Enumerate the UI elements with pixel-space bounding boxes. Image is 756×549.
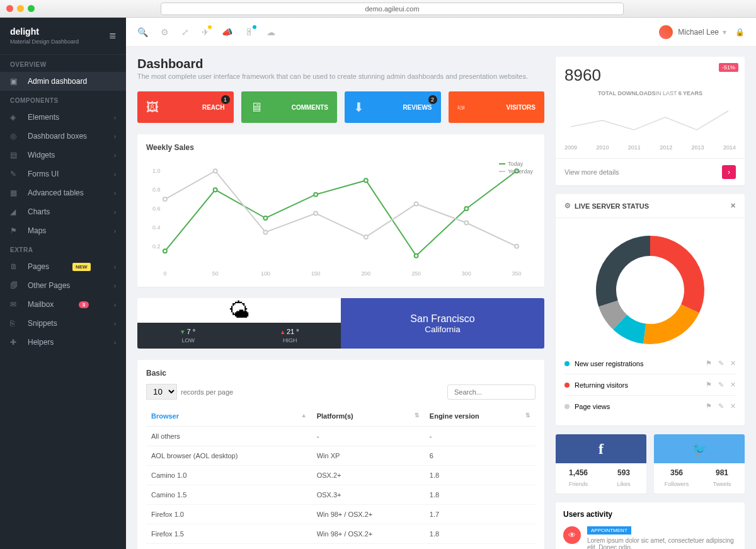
nav-item-widgets[interactable]: ▤Widgets› [0, 146, 126, 165]
menu-toggle-icon[interactable]: ≡ [109, 30, 116, 43]
svg-text:150: 150 [311, 270, 321, 277]
status-item: Returning visitors⚑✎✕ [564, 374, 736, 395]
url-bar[interactable]: demo.agileui.com [161, 3, 624, 15]
activity-text: Lorem ipsum dolor sic amet, consectetuer… [587, 537, 737, 549]
facebook-card[interactable]: f 1,456Friends 593Likes [556, 434, 646, 494]
cloud-icon[interactable]: ☁ [266, 27, 275, 37]
activity-badge: APPOINTMENT [587, 526, 631, 535]
svg-point-27 [464, 221, 468, 224]
table-search-input[interactable] [447, 384, 536, 400]
nav-item-forms-ui[interactable]: ✎Forms UI› [0, 165, 126, 183]
svg-text:0.4: 0.4 [152, 224, 160, 231]
lock-icon[interactable]: 🔒 [735, 28, 745, 37]
svg-point-23 [263, 230, 267, 234]
megaphone-icon[interactable]: 📣 [222, 27, 232, 37]
close-icon[interactable]: ✕ [730, 402, 736, 410]
per-page-select[interactable]: 10 [146, 384, 177, 400]
downloads-pct: -51% [719, 63, 738, 72]
edit-icon[interactable]: ✎ [718, 402, 724, 410]
stat-reviews[interactable]: ⬇REVIEWS2 [345, 91, 441, 123]
col-platform(s)[interactable]: Platform(s)⇅ [312, 406, 425, 427]
table-row[interactable]: All others-- [146, 427, 536, 446]
nav-item-advanced-tables[interactable]: ▦Advanced tables› [0, 183, 126, 202]
svg-text:0.8: 0.8 [152, 187, 160, 193]
weekly-sales-chart: 0.20.40.60.81.0050100150200250300350 [146, 158, 536, 278]
nav-item-charts[interactable]: ◢Charts› [0, 202, 126, 221]
sliders-icon[interactable]: 🎚 [245, 27, 254, 37]
nav-item-mailbox[interactable]: ✉Mailbox3› [0, 295, 126, 314]
view-more-button[interactable]: › [722, 165, 736, 179]
close-icon[interactable]: ✕ [730, 202, 736, 210]
table-row[interactable]: AOL browser (AOL desktop)Win XP6 [146, 446, 536, 466]
svg-text:100: 100 [261, 270, 270, 277]
flag-icon[interactable]: ⚑ [706, 359, 712, 367]
page-subtitle: The most complete user interface framewo… [137, 72, 544, 80]
activity-avatar [563, 526, 581, 544]
edit-icon[interactable]: ✎ [718, 381, 724, 389]
svg-point-21 [163, 197, 167, 201]
svg-point-28 [515, 245, 518, 248]
traffic-lights[interactable] [6, 5, 35, 12]
table-row[interactable]: Camino 1.5OSX.3+1.8 [146, 485, 536, 505]
gear-icon[interactable]: ⚙ [161, 27, 169, 37]
svg-point-13 [163, 249, 167, 253]
weather-region: California [425, 325, 460, 334]
edit-icon[interactable]: ✎ [718, 359, 724, 367]
weekly-sales-card: Weekly Sales 0.20.40.60.81.0050100150200… [137, 134, 544, 287]
expand-icon[interactable]: ⤢ [181, 27, 189, 37]
svg-text:350: 350 [512, 270, 522, 277]
status-item: Page views⚑✎✕ [564, 395, 736, 417]
weather-city: San Francisco [410, 313, 474, 325]
close-icon[interactable]: ✕ [730, 381, 736, 389]
status-item: New user registrations⚑✎✕ [564, 353, 736, 374]
table-row[interactable]: Firefox 2.0Win 98+ / OSX.2+1.8 [146, 544, 536, 550]
svg-point-19 [464, 207, 468, 211]
search-icon[interactable]: 🔍 [137, 27, 148, 37]
stat-visitors[interactable]: ⎃VISITORS [449, 91, 545, 123]
brand-name: delight [10, 26, 79, 37]
svg-point-17 [364, 178, 368, 182]
weather-card: 🌤 ▾ 7 °LOW ▴ 21 °HIGH San Francisco Cali… [137, 298, 544, 349]
col-engine version[interactable]: Engine version⇅ [425, 406, 536, 427]
close-icon[interactable]: ✕ [730, 359, 736, 367]
gear-icon[interactable]: ⚙ [564, 202, 571, 210]
nav-item-elements[interactable]: ◈Elements› [0, 108, 126, 127]
server-donut-chart [593, 233, 707, 347]
flag-icon[interactable]: ⚑ [706, 381, 712, 389]
nav-item-other-pages[interactable]: 🗐Other Pages› [0, 276, 126, 295]
svg-point-24 [314, 212, 318, 216]
svg-point-18 [415, 254, 418, 258]
downloads-card: 8960 -51% TOTAL DOWNLOADSIN LAST 6 YEARS… [556, 57, 745, 185]
svg-point-25 [364, 235, 368, 239]
svg-text:0.2: 0.2 [152, 243, 160, 250]
nav-item-maps[interactable]: ⚑Maps› [0, 221, 126, 240]
nav-item-dashboard-boxes[interactable]: ◎Dashboard boxes› [0, 127, 126, 146]
table-row[interactable]: Firefox 1.0Win 98+ / OSX.2+1.7 [146, 505, 536, 524]
svg-point-15 [263, 216, 267, 220]
page-title: Dashboard [137, 57, 544, 71]
table-row[interactable]: Firefox 1.5Win 98+ / OSX.2+1.8 [146, 524, 536, 544]
stat-comments[interactable]: 🖥COMMENTS [241, 91, 338, 123]
topbar: 🔍 ⚙ ⤢ ✈ 📣 🎚 ☁ Michael Lee ▾ 🔒 [126, 18, 756, 47]
view-more-link[interactable]: View more details [564, 168, 619, 176]
user-name: Michael Lee [678, 28, 719, 37]
sidebar: delight Material Design Dashboard ≡ OVER… [0, 18, 126, 549]
svg-text:1.0: 1.0 [152, 168, 160, 174]
stat-reach[interactable]: 🖼REACH1 [137, 91, 234, 123]
twitter-card[interactable]: 🐦 356Followers 981Tweets [654, 434, 745, 494]
nav-item-pages[interactable]: 🗎PagesNEW› [0, 257, 126, 276]
send-icon[interactable]: ✈ [202, 27, 209, 37]
nav-item-helpers[interactable]: ✚Helpers› [0, 333, 126, 352]
avatar [659, 25, 673, 39]
nav-item-admin-dashboard[interactable]: ▣Admin dashboard [0, 72, 126, 91]
svg-text:300: 300 [462, 270, 471, 277]
downloads-sparkline [564, 101, 741, 139]
svg-text:200: 200 [361, 270, 370, 277]
svg-point-22 [214, 169, 217, 173]
table-row[interactable]: Camino 1.0OSX.2+1.8 [146, 466, 536, 485]
user-menu[interactable]: Michael Lee ▾ 🔒 [659, 25, 745, 39]
nav-item-snippets[interactable]: ⎘Snippets› [0, 314, 126, 333]
col-browser[interactable]: Browser▲ [146, 406, 312, 427]
table-card: Basic 10 records per page Browser▲Platfo… [137, 360, 544, 549]
flag-icon[interactable]: ⚑ [706, 402, 712, 410]
